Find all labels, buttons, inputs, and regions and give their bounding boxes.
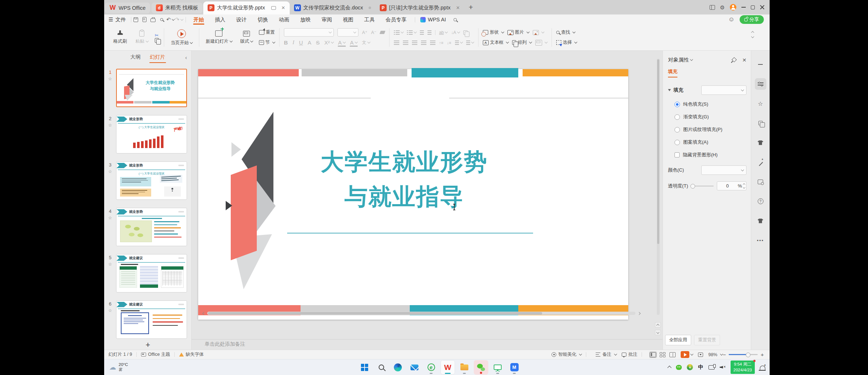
tab-docer[interactable]: d 来稻壳 找模板 [152, 3, 203, 13]
distribute-button[interactable] [430, 41, 435, 45]
strikethrough-button[interactable]: S [316, 39, 320, 46]
notes-placeholder[interactable]: 单击此处添加备注 [205, 341, 245, 347]
scrollbar-thumb[interactable] [657, 59, 659, 244]
volume-muted-icon[interactable] [720, 365, 726, 370]
fill-style-select[interactable] [701, 85, 746, 95]
edge-browser-button[interactable] [391, 360, 405, 375]
star-icon[interactable]: ☆ [108, 262, 112, 267]
paste-special-icon[interactable] [755, 117, 766, 129]
bold-button[interactable]: B [284, 39, 288, 46]
close-panel-icon[interactable]: ✕ [742, 57, 746, 63]
text-direction-button[interactable]: ↓A [451, 30, 460, 35]
screencast-button[interactable] [490, 360, 505, 375]
outline-tab[interactable]: 大纲 [131, 54, 141, 60]
slide-title-text[interactable]: 大学生就业形势 与就业指导 [238, 144, 570, 214]
slide-thumbnail-1[interactable]: 大学生就业形势与就业指导 [116, 69, 187, 107]
save-icon[interactable] [131, 17, 140, 22]
menu-slideshow[interactable]: 放映 [295, 14, 316, 25]
justify-button[interactable] [421, 41, 426, 45]
slide-sorter-view-button[interactable] [660, 352, 666, 357]
menu-insert[interactable]: 插入 [209, 14, 231, 25]
minimize-button[interactable] [741, 7, 746, 8]
tab-close-icon[interactable]: ✕ [456, 5, 460, 10]
reset-button[interactable]: 重置 [259, 28, 275, 38]
slide-1-canvas[interactable]: 大学生就业形势 与就业指导 [198, 69, 628, 320]
slide-thumbnail-5[interactable]: 就业建议 [116, 254, 187, 292]
slideshow-play-button[interactable] [681, 351, 689, 358]
add-slide-button[interactable]: + [104, 340, 192, 350]
wps-office-button[interactable]: W [441, 360, 455, 375]
ime-indicator[interactable]: 中 [698, 364, 703, 371]
zoom-out-button[interactable]: − [723, 351, 726, 358]
m-app-button[interactable]: M [507, 360, 522, 375]
paragraph-layout-button[interactable] [463, 30, 468, 35]
hide-background-checkbox[interactable]: 隐藏背景图形(H) [675, 152, 751, 158]
print-icon[interactable] [149, 17, 157, 22]
color-select[interactable] [701, 165, 746, 175]
find-button[interactable]: 查找 [556, 28, 577, 38]
star-icon[interactable]: ☆ [108, 308, 112, 313]
new-slide-button[interactable]: 新建幻灯片 [204, 30, 234, 45]
star-icon[interactable]: ☆ [108, 169, 112, 174]
line-spacing-button[interactable] [455, 41, 463, 45]
file-explorer-button[interactable] [457, 360, 472, 375]
user-avatar[interactable] [730, 4, 736, 10]
star-icon[interactable]: ☆ [108, 76, 112, 81]
weather-widget[interactable]: ☁ 20°C 雾 [104, 362, 176, 372]
increase-font-button[interactable]: A⁺ [362, 30, 367, 35]
missing-font-status[interactable]: 缺失字体 [186, 351, 204, 358]
next-slide-button[interactable] [655, 330, 661, 335]
notes-divider[interactable] [192, 339, 663, 340]
smart-beautify-icon[interactable] [755, 156, 766, 168]
decrease-indent-button[interactable] [420, 30, 424, 35]
slide-thumbnail-3[interactable]: 就业形势 (一) 大学生就业现状 [116, 161, 187, 200]
picture-fill-option[interactable]: 图片或纹理填充(P) [675, 126, 751, 133]
assistant-smiley-icon[interactable]: ☺ [728, 16, 735, 23]
vertical-scrollbar[interactable] [656, 52, 660, 335]
align-left-button[interactable] [394, 41, 399, 45]
menu-animation[interactable]: 动画 [273, 14, 295, 25]
clock-widget[interactable]: 9:54 周二 2024/4/23 [731, 361, 755, 374]
font-family-select[interactable] [284, 28, 334, 37]
menu-view[interactable]: 视图 [337, 14, 359, 25]
theme-name[interactable]: Office 主题 [148, 351, 170, 358]
slide-thumbnail-2[interactable]: 就业形势 (一) 大学生就业现状 严峻! [116, 115, 187, 153]
align-right-button[interactable] [412, 41, 417, 45]
solid-fill-option[interactable]: 纯色填充(S) [675, 101, 751, 108]
star-icon[interactable]: ☆ [108, 123, 112, 128]
collapse-handle-icon[interactable] [755, 59, 766, 70]
tab-readonly-presentation[interactable]: P [只读]大学生就业形势.pptx ✕ [375, 2, 464, 14]
design-assets-icon[interactable] [755, 137, 766, 148]
object-properties-icon[interactable] [755, 78, 766, 90]
previous-slide-button[interactable] [655, 322, 661, 328]
align-center-button[interactable] [403, 41, 408, 45]
maximize-button[interactable] [751, 5, 755, 9]
effects-star-icon[interactable]: ☆ [755, 98, 766, 109]
reading-view-button[interactable] [669, 352, 676, 357]
wechat-button[interactable] [474, 360, 488, 375]
fill-tab[interactable]: 填充 [668, 68, 677, 77]
font-color-button[interactable]: A [338, 39, 345, 46]
zoom-in-button[interactable]: + [761, 351, 764, 358]
tab-current-presentation[interactable]: P 大学生就业形势.pptx ✕ [203, 1, 290, 14]
notes-button[interactable]: 备注 [596, 351, 617, 358]
share-button[interactable]: 分享 [740, 15, 764, 24]
antivirus-tray-icon[interactable]: + [687, 364, 693, 370]
star-icon[interactable]: ☆ [108, 215, 112, 220]
italic-button[interactable]: I [293, 39, 294, 46]
copy-button[interactable] [155, 38, 159, 43]
slide-thumbnail-6[interactable]: 就业建议 [116, 300, 187, 339]
tab-wps-home[interactable]: W WPS Office [105, 3, 150, 13]
ie-browser-button[interactable]: e [424, 360, 438, 375]
decrease-para-space-button[interactable]: ↓≡ [447, 41, 451, 45]
redo-icon[interactable]: ↷ [175, 17, 183, 22]
collapse-panel-icon[interactable]: ‹ [185, 54, 187, 60]
step-down-icon[interactable] [743, 186, 745, 188]
taskbar-search-button[interactable] [374, 360, 388, 375]
menu-tools[interactable]: 工具 [359, 14, 380, 25]
more-tools-icon[interactable]: ••• [755, 235, 766, 246]
highlight-color-button[interactable]: A [350, 39, 357, 46]
smart-beautify-button[interactable]: 智能美化 [552, 351, 582, 358]
device-tray-icon[interactable] [709, 365, 715, 370]
step-up-icon[interactable] [743, 184, 745, 186]
